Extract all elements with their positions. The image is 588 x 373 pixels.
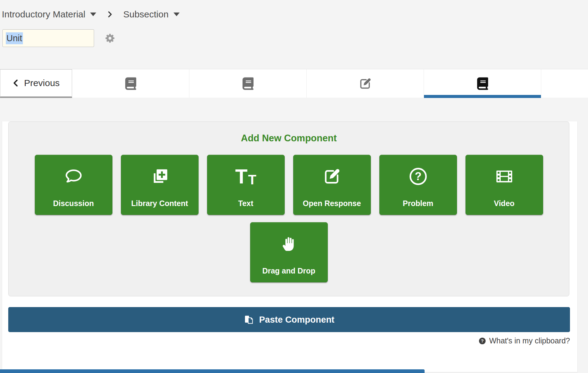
component-button-label: Problem [403,199,433,215]
library-content-icon [150,165,169,188]
breadcrumb-section-dropdown[interactable]: Introductory Material [2,9,96,20]
clipboard-help-row: ? What's in my clipboard? [2,336,577,345]
chevron-left-icon [13,79,19,87]
book-icon [477,77,488,90]
tabbar-filler [541,69,588,98]
chevron-down-icon [173,13,180,16]
sequence-tab-4-active[interactable] [424,69,541,98]
add-component-panel: Add New Component Discussion Library Con… [8,121,569,296]
film-icon [495,165,514,188]
add-video-button[interactable]: Video [466,155,543,215]
question-glyph: ? [481,338,484,343]
add-problem-button[interactable]: ? Problem [379,155,457,215]
unit-title-row: Unit [2,29,588,47]
question-circle-solid-icon: ? [478,337,486,345]
component-button-label: Library Content [131,199,188,215]
clipboard-help-label: What's in my clipboard? [489,336,570,345]
paste-component-button[interactable]: Paste Component [8,307,570,332]
component-button-label: Drag and Drop [262,266,316,282]
book-icon [243,77,254,90]
active-tab-underline [424,95,541,98]
gear-icon [104,33,115,44]
add-library-content-button[interactable]: Library Content [121,155,199,215]
add-component-title: Add New Component [9,122,569,144]
chevron-down-icon [90,13,96,16]
breadcrumb-section-label: Introductory Material [2,9,85,20]
comment-icon [64,165,83,188]
sequence-tab-3[interactable] [307,69,424,98]
page-header: Introductory Material Subsection Unit [0,8,588,47]
unit-title-input[interactable]: Unit [2,29,94,47]
add-text-button[interactable]: TT Text [207,155,285,215]
paste-component-label: Paste Component [259,315,334,325]
text-icon: TT [235,165,256,188]
clipboard-help-link[interactable]: ? What's in my clipboard? [478,336,570,345]
breadcrumb-subsection-dropdown[interactable]: Subsection [123,9,179,20]
sequence-nav: Previous [0,69,588,98]
paste-icon [244,315,254,324]
add-open-response-button[interactable]: Open Response [293,155,371,215]
breadcrumb: Introductory Material Subsection [2,8,588,21]
add-discussion-button[interactable]: Discussion [35,155,112,215]
component-button-label: Discussion [53,199,94,215]
component-button-label: Open Response [303,199,361,215]
unit-settings-button[interactable] [104,33,115,44]
question-circle-icon: ? [408,165,428,188]
component-button-label: Video [494,199,515,215]
unit-title-value: Unit [6,32,23,44]
text-icon-small-t: T [248,173,256,186]
book-icon [125,77,136,90]
hand-icon [280,232,298,255]
unit-content-panel: Add New Component Discussion Library Con… [2,121,578,372]
component-button-row-2: Drag and Drop [9,222,569,282]
text-icon-big-t: T [235,166,247,186]
component-button-row-1: Discussion Library Content TT Text Open … [9,155,569,215]
edit-icon [323,165,341,188]
breadcrumb-subsection-label: Subsection [123,9,168,20]
breadcrumb-separator-icon [106,11,113,18]
previous-label: Previous [24,78,60,88]
component-button-label: Text [238,199,254,215]
sequence-tab-1[interactable] [72,69,189,98]
question-glyph: ? [415,170,422,183]
sequence-tab-2[interactable] [189,69,307,98]
edit-icon [359,77,372,90]
previous-button[interactable]: Previous [0,69,72,98]
bottom-blue-bar [0,369,425,373]
add-drag-and-drop-button[interactable]: Drag and Drop [250,222,328,282]
